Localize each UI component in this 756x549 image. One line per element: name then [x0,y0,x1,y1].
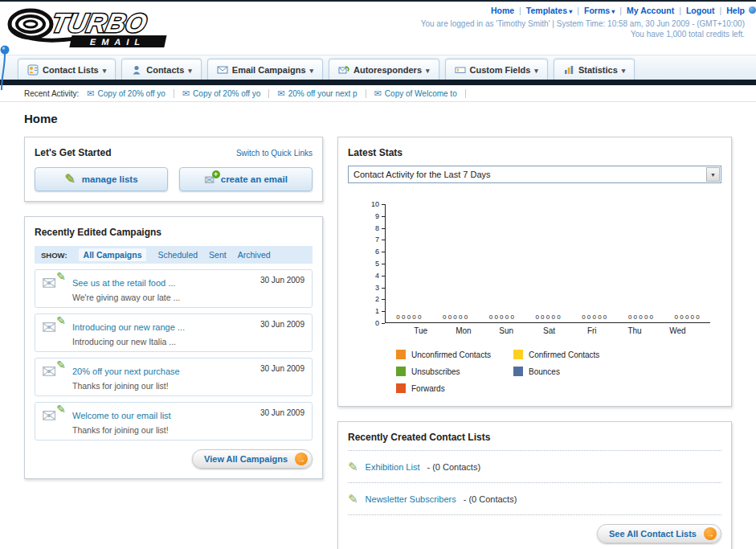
filter-archived[interactable]: Archived [238,250,271,260]
contact-list-link[interactable]: Newsletter Subscribers [366,494,456,504]
latest-stats-panel: Latest Stats Contact Activity for the La… [337,137,732,407]
nav-tab-autoresponders[interactable]: Autoresponders [329,59,439,80]
contact-list-item[interactable]: ✎ Newsletter Subscribers - (0 Contacts) [348,490,721,507]
recently-edited-campaigns-panel: Recently Edited Campaigns SHOW: All Camp… [24,216,323,479]
campaign-row[interactable]: ✉✎ Introducing our new range ... Introdu… [35,313,313,352]
nav-divider-bar [0,80,756,85]
chart-x-label: Tue [399,326,442,335]
top-nav-templates[interactable]: Templates [514,6,572,15]
top-nav-home[interactable]: Home [491,6,514,15]
logo-graphic: TURBO EMAIL [3,3,204,53]
campaign-subtitle: Thanks for joining our list! [72,425,171,435]
nav-tab-label: Contacts [146,65,184,75]
contact-lists-panel-title: Recently Created Contact Lists [348,432,721,443]
view-all-campaigns-label: View All Campaigns [204,454,288,464]
chart-values-group: 0 0 0 0 0 [478,313,525,321]
nav-tab-custom-fields[interactable]: Custom Fields [445,59,548,80]
app-logo: TURBO EMAIL [3,3,204,56]
recent-activity-text: 20% off your next p [288,89,358,98]
legend-label: Forwards [411,384,445,393]
filter-scheduled[interactable]: Scheduled [157,250,198,260]
email-campaigns-icon [217,64,228,76]
email-icon: ✉ [182,89,190,98]
contact-list-item[interactable]: ✎ Exhibition List - (0 Contacts) [348,458,721,475]
nav-tab-email-campaigns[interactable]: Email Campaigns [207,59,323,80]
campaign-subtitle: Introducing our new Italia ... [72,337,185,346]
page-title: Home [24,112,732,125]
campaign-row[interactable]: ✉✎ Welcome to our email list Thanks for … [35,402,313,440]
contact-list-count: - (0 Contacts) [464,494,517,504]
contact-list-link[interactable]: Exhibition List [366,462,420,472]
nav-tab-label: Autoresponders [353,65,422,75]
chart-values-group: 0 0 0 0 0 [432,313,479,321]
logo-main-text: TURBO [49,8,149,38]
get-started-panel: Let's Get Started Switch to Quick Links … [24,137,323,202]
legend-swatch [396,350,406,359]
filter-sent[interactable]: Sent [209,250,227,260]
legend-swatch [396,367,406,376]
chart-values-group: 0 0 0 0 0 [664,313,710,321]
top-nav-help[interactable]: Help [715,6,746,15]
legend-swatch [513,350,523,359]
chevron-down-icon [534,65,538,75]
recent-activity-item[interactable]: ✉ Copy of 20% off yo [182,89,270,98]
campaign-title-link[interactable]: Welcome to our email list [72,411,171,420]
top-nav-logout[interactable]: Logout [674,6,714,15]
main-nav: Contact Lists Contacts Email Campaigns A… [0,55,756,80]
top-nav-my-account[interactable]: My Account [615,6,674,15]
chart-values-group: 0 0 0 0 0 [618,313,664,321]
campaign-envelope-pencil-icon: ✉✎ [42,319,64,346]
legend-item: Unsubscribes [396,367,513,376]
manage-lists-button[interactable]: ✎ manage lists [35,167,168,191]
chart-legend: Unconfirmed ContactsConfirmed ContactsUn… [396,350,710,393]
view-all-campaigns-button[interactable]: View All Campaigns → [192,449,313,469]
chart-x-label: Mon [442,326,484,335]
autoresponders-icon [338,64,349,76]
campaign-date: 30 Jun 2009 [260,408,304,417]
header: TURBO EMAIL HomeTemplatesFormsMy Account… [0,2,756,55]
nav-tab-label: Contact Lists [43,65,99,75]
blue-dot-decoration [749,6,756,14]
chevron-down-icon [622,65,626,75]
campaign-row[interactable]: ✉✎ 20% off your next purchase Thanks for… [35,358,313,396]
pencil-icon: ✎ [348,493,358,505]
see-all-contact-lists-label: See All Contact Lists [609,529,697,539]
nav-tab-contacts[interactable]: Contacts [121,59,202,80]
filter-all-campaigns[interactable]: All Campaigns [79,248,147,261]
nav-tab-label: Statistics [578,65,618,75]
chart-x-label: Fri [570,326,613,335]
logo-cable-decoration [0,43,11,92]
campaign-row[interactable]: ✉✎ See us at the retail food ... We're g… [35,269,313,308]
chart-x-label: Sun [485,326,528,335]
campaign-envelope-pencil-icon: ✉✎ [42,408,64,435]
campaign-envelope-pencil-icon: ✉✎ [42,275,64,302]
recent-activity-item[interactable]: ✉ Copy of Welcome to [374,89,466,98]
see-all-contact-lists-button[interactable]: See All Contact Lists → [597,524,721,543]
create-email-button[interactable]: ✉+ create an email [179,167,313,191]
login-info: You are logged in as 'Timothy Smith' | S… [421,19,745,28]
campaign-date: 30 Jun 2009 [260,276,304,285]
switch-quick-links-link[interactable]: Switch to Quick Links [236,149,313,158]
nav-tab-contact-lists[interactable]: Contact Lists [18,59,116,80]
chevron-down-icon [426,65,430,75]
chevron-down-icon [188,65,192,75]
email-icon: ✉ [374,89,382,98]
campaign-title-link[interactable]: Introducing our new range ... [72,322,185,332]
recent-activity-label: Recent Activity: [24,89,79,98]
campaign-title-link[interactable]: See us at the retail food ... [72,278,175,288]
logo-sub-text: EMAIL [89,37,147,47]
legend-item: Forwards [396,383,513,393]
email-icon: ✉ [87,89,94,98]
top-nav-forms[interactable]: Forms [572,6,615,15]
dotted-divider [348,482,721,483]
recent-activity-item[interactable]: ✉ 20% off your next p [277,89,366,98]
dotted-divider [348,514,721,515]
chevron-down-icon [103,65,107,75]
campaign-title-link[interactable]: 20% off your next purchase [72,367,180,376]
chart-x-label: Thu [613,326,656,335]
stats-period-select[interactable]: Contact Activity for the Last 7 Days [348,166,721,183]
latest-stats-title: Latest Stats [348,147,721,158]
chart-zero-labels: 0 0 0 0 00 0 0 0 00 0 0 0 00 0 0 0 00 0 … [386,313,710,321]
recent-activity-item[interactable]: ✉ Copy of 20% off yo [87,89,174,98]
nav-tab-statistics[interactable]: Statistics [554,59,635,80]
